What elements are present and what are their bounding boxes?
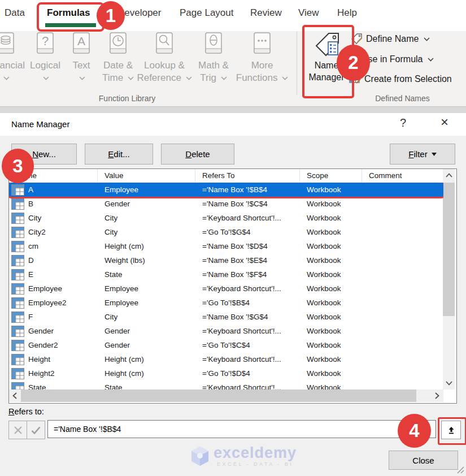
tab-help[interactable]: Help xyxy=(337,7,357,19)
name-list: A Employee ='Name Box '!$B$4 Workbook B … xyxy=(9,183,443,390)
value-cell: State xyxy=(98,383,195,390)
dropdown-arrow-icon xyxy=(432,153,437,156)
defined-name-icon xyxy=(11,326,24,337)
defined-name-icon xyxy=(11,340,24,351)
table-row[interactable]: Employee2 Employee ='Go To'!$B$4 Workboo… xyxy=(9,296,443,310)
scope-cell: Workbook xyxy=(300,270,362,279)
name-cell: cm xyxy=(9,241,98,252)
filter-button[interactable]: Filter xyxy=(390,144,455,165)
magnifier-book-icon xyxy=(156,32,173,56)
refers-to-cell: ='Keyboard Shortcut'!... xyxy=(195,214,300,222)
refers-to-cell: ='Go To'!$D$4 xyxy=(195,369,300,378)
scroll-left-icon[interactable] xyxy=(9,390,20,402)
table-row[interactable]: Gender Gender ='Keyboard Shortcut'!... W… xyxy=(9,324,443,338)
resize-grip[interactable] xyxy=(454,464,464,474)
chevron-down-icon xyxy=(221,76,227,80)
scope-cell: Workbook xyxy=(300,200,362,208)
refers-to-cell: ='Go To'!$C$4 xyxy=(195,341,300,349)
scroll-down-icon[interactable] xyxy=(443,377,455,390)
table-row[interactable]: State State ='Keyboard Shortcut'!... Wor… xyxy=(9,380,443,390)
column-header-refers-to[interactable]: Refers To xyxy=(195,169,300,183)
defined-name-icon xyxy=(11,198,24,210)
defined-name-icon xyxy=(11,213,24,224)
defined-name-icon xyxy=(11,297,24,309)
annotation-circle-2: 2 xyxy=(337,45,370,81)
table-row[interactable]: F City ='Name Box '!$G$4 Workbook xyxy=(9,310,443,324)
value-cell: Height (cm) xyxy=(98,369,195,378)
table-row[interactable]: City City ='Keyboard Shortcut'!... Workb… xyxy=(9,211,443,225)
commit-edit-button[interactable] xyxy=(27,421,45,439)
ribbon-button-define-name[interactable]: Define Name xyxy=(351,33,430,45)
ribbon-button-use-in-formula[interactable]: Use in Formula xyxy=(362,54,434,64)
names-listview: Name Value Refers To Scope Comment A Emp… xyxy=(8,168,457,404)
refers-to-input[interactable]: ='Name Box '!$B$4 xyxy=(47,420,436,438)
name-manager-dialog: Name Manager ? × New... Edit... Delete F… xyxy=(0,113,466,476)
table-row[interactable]: City2 City ='Go To'!$G$4 Workbook xyxy=(9,225,443,239)
name-cell: Gender2 xyxy=(9,340,98,351)
table-row[interactable]: Height Height (cm) ='Keyboard Shortcut'!… xyxy=(9,352,443,366)
column-header-scope[interactable]: Scope xyxy=(300,169,362,183)
table-row[interactable]: A Employee ='Name Box '!$B$4 Workbook xyxy=(9,183,443,197)
name-cell: State xyxy=(9,382,98,390)
edit-button[interactable]: Edit... xyxy=(85,144,153,165)
name-cell: E xyxy=(9,269,98,280)
defined-name-icon xyxy=(11,227,24,238)
help-icon[interactable]: ? xyxy=(400,116,406,129)
tab-review[interactable]: Review xyxy=(250,7,282,19)
vertical-scrollbar[interactable] xyxy=(443,169,455,390)
delete-button[interactable]: Delete xyxy=(161,144,234,165)
horizontal-scroll-thumb[interactable] xyxy=(21,390,416,402)
name-cell: Employee2 xyxy=(9,297,98,309)
cancel-edit-button[interactable] xyxy=(8,421,27,439)
value-cell: Gender xyxy=(98,341,195,349)
scope-cell: Workbook xyxy=(300,228,362,236)
scope-cell: Workbook xyxy=(300,256,362,265)
defined-name-icon xyxy=(11,241,24,252)
scope-cell: Workbook xyxy=(300,327,362,335)
refers-to-cell: ='Keyboard Shortcut'!... xyxy=(195,355,300,364)
horizontal-scrollbar[interactable] xyxy=(9,390,443,402)
defined-name-icon xyxy=(11,255,24,266)
clock-book-icon xyxy=(110,32,127,56)
close-button[interactable]: Close xyxy=(389,451,458,470)
refers-to-cell: ='Name Box '!$C$4 xyxy=(195,200,300,208)
tab-data[interactable]: Data xyxy=(5,7,25,19)
close-icon[interactable]: × xyxy=(441,114,448,130)
defined-name-icon xyxy=(11,283,24,295)
value-cell: Weight (lbs) xyxy=(98,256,195,265)
group-label-function-library: Function Library xyxy=(85,94,169,103)
value-cell: State xyxy=(98,270,195,279)
scroll-up-icon[interactable] xyxy=(443,169,455,181)
dialog-titlebar[interactable]: Name Manager ? × xyxy=(0,113,466,136)
column-header-value[interactable]: Value xyxy=(98,169,195,183)
more-functions-book-icon xyxy=(254,32,271,56)
chevron-down-icon xyxy=(79,76,85,80)
scope-cell: Workbook xyxy=(300,284,362,293)
x-icon xyxy=(14,426,23,435)
ribbon-button-more-functions[interactable]: More Functions xyxy=(231,32,293,84)
annotation-circle-4: 4 xyxy=(398,414,431,448)
refers-to-cell: ='Name Box '!$F$4 xyxy=(195,270,300,279)
name-cell: Height2 xyxy=(9,368,98,379)
refers-to-cell: ='Keyboard Shortcut'!... xyxy=(195,284,300,293)
defined-name-icon xyxy=(11,184,24,196)
column-header-comment[interactable]: Comment xyxy=(362,169,443,183)
name-cell: Gender xyxy=(9,326,98,337)
table-row[interactable]: Employee Employee ='Keyboard Shortcut'!.… xyxy=(9,282,443,296)
value-cell: Employee xyxy=(98,298,195,307)
vertical-scroll-thumb[interactable] xyxy=(443,183,455,316)
refers-to-cell: ='Name Box '!$G$4 xyxy=(195,313,300,321)
refers-to-cell: ='Name Box '!$D$4 xyxy=(195,242,300,250)
tab-page-layout[interactable]: Page Layout xyxy=(180,7,233,19)
table-row[interactable]: cm Height (cm) ='Name Box '!$D$4 Workboo… xyxy=(9,239,443,253)
check-icon xyxy=(31,426,41,434)
scroll-right-icon[interactable] xyxy=(432,390,443,402)
table-row[interactable]: D Weight (lbs) ='Name Box '!$E$4 Workboo… xyxy=(9,253,443,267)
tab-view[interactable]: View xyxy=(298,7,319,19)
table-row[interactable]: E State ='Name Box '!$F$4 Workbook xyxy=(9,267,443,282)
table-row[interactable]: B Gender ='Name Box '!$C$4 Workbook xyxy=(9,197,443,211)
value-cell: Gender xyxy=(98,200,195,208)
table-row[interactable]: Height2 Height (cm) ='Go To'!$D$4 Workbo… xyxy=(9,366,443,380)
table-row[interactable]: Gender2 Gender ='Go To'!$C$4 Workbook xyxy=(9,338,443,352)
name-cell: F xyxy=(9,311,98,323)
